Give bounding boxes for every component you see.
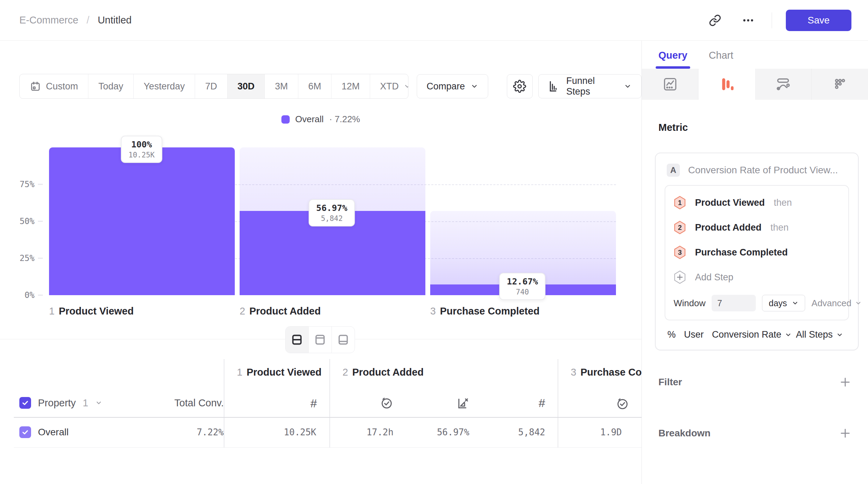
step-count: 10.25K (128, 151, 155, 159)
funnel-step-2[interactable]: 2 Product Added then (674, 217, 840, 238)
date-range-label: Today (98, 81, 123, 92)
funnel-label-step2: 56.97% 5,842 (309, 199, 355, 226)
legend-series-name: Overall (295, 114, 324, 125)
date-range-12m[interactable]: 12M (331, 74, 370, 98)
step-count: 740 (507, 288, 538, 296)
y-axis-tick: 75% (0, 180, 35, 189)
y-axis-tick: 0% (0, 290, 35, 300)
counted-by-selector[interactable]: User (684, 329, 704, 340)
metric-section-heading: Metric (658, 122, 851, 133)
row-checkbox[interactable] (19, 426, 31, 438)
y-axis-tick-mark (38, 221, 43, 222)
funnel-label-step1: 100% 10.25K (121, 136, 162, 163)
chart-type-flows-tab[interactable] (755, 69, 812, 100)
steps-scope-selector[interactable]: All Steps (796, 329, 843, 340)
gear-icon (513, 80, 526, 93)
date-range-7d[interactable]: 7D (195, 74, 228, 98)
compare-label: Compare (427, 81, 465, 92)
funnel-bar-step1[interactable] (49, 147, 235, 295)
layout-toggle-group (285, 326, 355, 353)
count-metric-header[interactable]: # (225, 397, 329, 410)
funnel-step-3[interactable]: 3 Purchase Completed (674, 242, 840, 263)
dots-grid-icon (832, 76, 848, 92)
property-header-label[interactable]: Property (38, 397, 76, 409)
breadcrumb-separator: / (87, 14, 89, 26)
chart-type-retention-tab[interactable] (812, 69, 868, 100)
date-range-3m[interactable]: 3M (265, 74, 298, 98)
date-range-yesterday[interactable]: Yesterday (134, 74, 195, 98)
date-range-label: Custom (46, 81, 78, 92)
flows-icon (775, 76, 791, 92)
scope-label: All Steps (796, 329, 833, 340)
tab-query[interactable]: Query (658, 50, 687, 69)
step-badge-number: 1 (674, 196, 686, 210)
breadcrumb-page-title[interactable]: Untitled (98, 14, 132, 26)
table-row-border (14, 447, 642, 448)
y-axis-tick: 50% (0, 216, 35, 226)
step-name: Product Viewed (59, 306, 134, 317)
property-column: Property 1 Overall (19, 359, 123, 447)
step-number: 3 (430, 306, 436, 317)
date-range-xtd[interactable]: XTD (370, 74, 408, 98)
step-event-name: Purchase Completed (695, 247, 788, 258)
breakdown-section-label: Breakdown (658, 428, 711, 439)
date-range-6m[interactable]: 6M (298, 74, 332, 98)
date-range-today[interactable]: Today (88, 74, 134, 98)
layout-chart-only-button[interactable] (309, 327, 332, 353)
layout-split-button[interactable] (286, 327, 309, 353)
step1-count-value: 10.25K (284, 427, 316, 437)
total-conv-value: 7.22% (197, 427, 224, 437)
time-metric-header[interactable] (566, 397, 642, 410)
count-metric-header[interactable]: # (482, 396, 558, 410)
window-label: Window (674, 298, 705, 309)
add-step-label: Add Step (695, 272, 733, 283)
chevron-down-icon (404, 83, 408, 90)
breakdown-section: Breakdown (658, 426, 853, 441)
funnel-step-1[interactable]: 1 Product Viewed then (674, 192, 840, 213)
window-unit-select[interactable]: days (762, 295, 805, 311)
row-name: Overall (38, 427, 69, 438)
funnel-bars-icon (719, 76, 735, 92)
date-range-label: 12M (341, 81, 360, 92)
share-link-button[interactable] (705, 11, 725, 30)
chevron-down-icon[interactable] (95, 399, 102, 406)
x-axis-step-label: 1 Product Viewed (49, 306, 134, 317)
step2-time-value: 17.2h (366, 427, 393, 437)
add-step-button[interactable]: Add Step (674, 267, 840, 288)
compare-button[interactable]: Compare (417, 74, 488, 98)
advanced-toggle[interactable]: Advanced (811, 298, 862, 309)
metric-name-row[interactable]: A Conversion Rate of Product View... (665, 161, 849, 185)
tab-chart[interactable]: Chart (709, 50, 733, 69)
total-conv-header[interactable]: Total Conv. (174, 397, 224, 409)
chart-legend[interactable]: Overall · 7.22% (0, 114, 642, 125)
more-options-button[interactable] (739, 11, 758, 30)
measure-label: Conversion Rate (712, 329, 781, 340)
chart-type-funnel-tab-selected[interactable] (698, 69, 755, 100)
time-metric-header[interactable] (330, 396, 406, 410)
save-button[interactable]: Save (786, 10, 851, 31)
percent-symbol: % (667, 329, 676, 340)
select-all-checkbox[interactable] (19, 397, 31, 409)
metric-card: A Conversion Rate of Product View... 1 P… (655, 153, 859, 350)
breadcrumb-section[interactable]: E-Commerce (19, 14, 78, 26)
chart-type-button[interactable]: Funnel Steps (538, 74, 642, 98)
total-conversion-column: Total Conv. 7.22% (123, 359, 224, 447)
add-breakdown-button[interactable] (838, 426, 853, 441)
date-range-control: Custom Today Yesterday 7D 30D 3M 6M 12M … (19, 74, 408, 99)
funnel-analysis-app: E-Commerce / Untitled Save (0, 0, 868, 484)
count-icon: # (310, 397, 317, 410)
date-range-30d-selected[interactable]: 30D (228, 74, 265, 98)
conversion-metric-header[interactable] (406, 396, 482, 410)
measure-selector[interactable]: Conversion Rate (712, 329, 792, 340)
chart-type-metrics-tab[interactable] (642, 69, 698, 100)
chart-settings-button[interactable] (507, 74, 533, 98)
layout-table-only-button[interactable] (332, 327, 355, 353)
step-count: 5,842 (316, 214, 347, 223)
table-header-border (14, 417, 642, 418)
window-value-input[interactable] (712, 295, 756, 311)
add-filter-button[interactable] (838, 375, 853, 390)
chevron-down-icon (785, 331, 792, 338)
step-badge-hexagon: 1 (674, 196, 686, 210)
date-range-custom[interactable]: Custom (20, 74, 88, 98)
chevron-down-icon (792, 300, 799, 307)
